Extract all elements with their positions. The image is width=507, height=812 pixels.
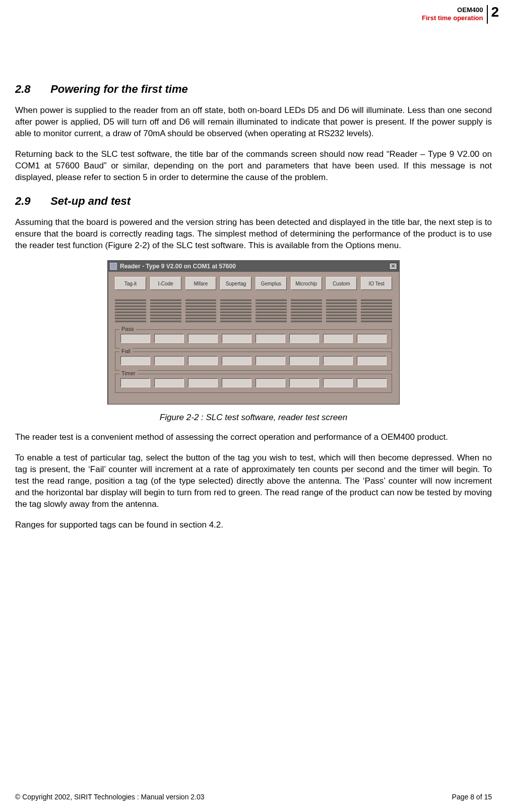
pass-field	[154, 334, 184, 343]
bar-column	[185, 299, 217, 322]
figure-2-2: Reader - Type 9 V2.00 on COM1 at 57600 ✕…	[15, 260, 492, 404]
timer-field	[323, 378, 353, 387]
signal-bar-area	[115, 299, 392, 322]
timer-field	[357, 378, 387, 387]
fail-field	[357, 356, 387, 365]
tagit-button[interactable]: Tag-it	[115, 277, 146, 290]
header-product: OEM400	[457, 6, 483, 14]
window-body: Tag-it I-Code Mifare Supertag Gemplus Mi…	[108, 272, 399, 404]
frame-label-timer: Timer	[119, 370, 138, 376]
timer-field	[289, 378, 319, 387]
figure-caption: Figure 2-2 : SLC test software, reader t…	[15, 413, 492, 423]
paragraph: When power is supplied to the reader fro…	[15, 105, 492, 140]
timer-field	[154, 378, 184, 387]
frame-label-fail: Fail	[119, 348, 133, 354]
heading-title: Powering for the first time	[50, 83, 188, 95]
frame-label-pass: Pass	[119, 326, 136, 332]
header-chapter-number: 2	[491, 5, 499, 24]
pass-field	[357, 334, 387, 343]
heading-number: 2.9	[15, 195, 47, 208]
fail-field	[188, 356, 218, 365]
reader-test-window: Reader - Type 9 V2.00 on COM1 at 57600 ✕…	[107, 260, 400, 404]
custom-button[interactable]: Custom	[326, 277, 357, 290]
window-titlebar: Reader - Type 9 V2.00 on COM1 at 57600 ✕	[108, 261, 399, 272]
fail-field	[222, 356, 251, 365]
bar-column	[361, 299, 392, 322]
paragraph: Ranges for supported tags can be found i…	[15, 519, 492, 531]
bar-column	[256, 299, 287, 322]
pass-field	[188, 334, 218, 343]
close-button[interactable]: ✕	[389, 263, 397, 270]
tag-button-row: Tag-it I-Code Mifare Supertag Gemplus Mi…	[115, 277, 392, 290]
pass-frame: Pass	[115, 329, 392, 349]
fail-frame: Fail	[115, 352, 392, 371]
bar-column	[115, 299, 146, 322]
header-section: First time operation	[422, 14, 483, 22]
paragraph: Assuming that the board is powered and t…	[15, 217, 492, 252]
footer-copyright: © Copyright 2002, SIRIT Technologies : M…	[15, 793, 205, 801]
page-header: OEM400 First time operation 2	[422, 5, 499, 24]
paragraph: The reader test is a convenient method o…	[15, 432, 492, 443]
mifare-button[interactable]: Mifare	[185, 277, 217, 290]
paragraph: Returning back to the SLC test software,…	[15, 149, 492, 184]
gemplus-button[interactable]: Gemplus	[256, 277, 287, 290]
system-menu-icon[interactable]	[110, 263, 117, 270]
pass-field	[222, 334, 251, 343]
bar-column	[326, 299, 357, 322]
iotest-button[interactable]: IO Test	[361, 277, 392, 290]
timer-frame: Timer	[115, 374, 392, 393]
fail-field	[256, 356, 285, 365]
pass-field	[289, 334, 319, 343]
supertag-button[interactable]: Supertag	[220, 277, 251, 290]
microchip-button[interactable]: Microchip	[291, 277, 322, 290]
timer-field	[120, 378, 150, 387]
bar-column	[291, 299, 322, 322]
heading-title: Set-up and test	[50, 195, 131, 207]
heading-number: 2.8	[15, 83, 47, 96]
heading-2-8: 2.8 Powering for the first time	[15, 83, 492, 96]
timer-field	[188, 378, 218, 387]
pass-field	[120, 334, 150, 343]
heading-2-9: 2.9 Set-up and test	[15, 195, 492, 208]
page-content: 2.8 Powering for the first time When pow…	[15, 6, 492, 531]
pass-field	[256, 334, 285, 343]
bar-column	[150, 299, 181, 322]
timer-field	[222, 378, 251, 387]
fail-field	[154, 356, 184, 365]
bar-column	[220, 299, 251, 322]
header-text: OEM400 First time operation	[422, 5, 487, 24]
pass-field	[323, 334, 353, 343]
window-title: Reader - Type 9 V2.00 on COM1 at 57600	[120, 263, 389, 270]
fail-field	[120, 356, 150, 365]
page-footer: © Copyright 2002, SIRIT Technologies : M…	[15, 793, 492, 801]
footer-page-number: Page 8 of 15	[452, 793, 492, 801]
fail-field	[289, 356, 319, 365]
icode-button[interactable]: I-Code	[150, 277, 181, 290]
timer-field	[256, 378, 285, 387]
header-separator	[487, 5, 488, 24]
fail-field	[323, 356, 353, 365]
paragraph: To enable a test of particular tag, sele…	[15, 452, 492, 510]
